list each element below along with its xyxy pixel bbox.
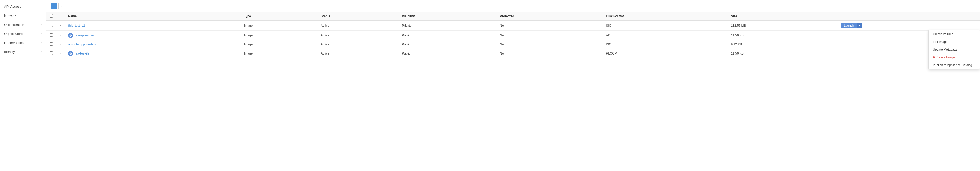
images-table: Name Type Status Visibility Protected Di… — [46, 12, 980, 58]
danger-icon — [933, 56, 935, 58]
launch-button-group: Launch ▾ — [841, 23, 862, 29]
row-checkbox[interactable] — [49, 42, 53, 46]
col-size: Size — [728, 12, 838, 21]
row-status-cell: Active — [318, 21, 399, 31]
row-expand-cell: › — [56, 49, 65, 58]
row-type-cell: Image — [241, 31, 318, 40]
sidebar-item-label: API Access — [4, 5, 21, 8]
sidebar-item-label: Reservations — [4, 41, 24, 45]
launch-dropdown-button[interactable]: ▾ — [857, 23, 862, 29]
dropdown-item-create-volume[interactable]: Create Volume — [929, 30, 980, 38]
sidebar: API Access Network › Orchestration › Obj… — [0, 0, 46, 171]
dropdown-item-update-metadata[interactable]: Update Metadata — [929, 46, 980, 53]
row-name-link[interactable]: fhlb_test_v2 — [68, 24, 85, 27]
sidebar-item-api-access[interactable]: API Access — [0, 2, 46, 11]
row-name-cell: ab-not-supported-jfs — [65, 40, 241, 49]
row-protected-cell: No — [497, 31, 603, 40]
main-content: 1 2 Name Type Status Visibility Protecte… — [46, 0, 980, 171]
row-checkbox[interactable] — [49, 24, 53, 27]
images-table-container: Name Type Status Visibility Protected Di… — [46, 12, 980, 171]
table-row: › ◕ aa-test-jfs Image Active Public No P… — [46, 49, 980, 58]
row-status-cell: Active — [318, 31, 399, 40]
dropdown-item-edit-image[interactable]: Edit Image — [929, 38, 980, 46]
row-expand-button[interactable]: › — [59, 34, 62, 37]
row-size-cell: 9.12 KB — [728, 40, 838, 49]
row-name-cell: ◕ aa-apitest-test — [65, 31, 241, 40]
row-protected-cell: No — [497, 40, 603, 49]
row-size-cell: 11.50 KB — [728, 49, 838, 58]
row-size-cell: 11.50 KB — [728, 31, 838, 40]
row-name-link[interactable]: ab-not-supported-jfs — [68, 43, 96, 46]
row-visibility-cell: Private — [399, 21, 496, 31]
row-expand-button[interactable]: › — [59, 43, 62, 46]
col-visibility: Visibility — [399, 12, 496, 21]
page-2-button[interactable]: 2 — [58, 3, 65, 9]
chevron-right-icon: › — [41, 32, 42, 35]
sidebar-item-label: Object Store — [4, 32, 23, 36]
row-disk-format-cell: VDI — [603, 31, 728, 40]
table-row: › ab-not-supported-jfs Image Active Publ… — [46, 40, 980, 49]
sidebar-item-identity[interactable]: Identity › — [0, 47, 46, 56]
page-1-button[interactable]: 1 — [51, 3, 57, 9]
col-type: Type — [241, 12, 318, 21]
row-checkbox[interactable] — [49, 33, 53, 37]
col-name: Name — [65, 12, 241, 21]
row-visibility-cell: Public — [399, 40, 496, 49]
sidebar-item-object-store[interactable]: Object Store › — [0, 29, 46, 38]
row-expand-button[interactable]: › — [59, 24, 62, 28]
row-name-cell: ◕ aa-test-jfs — [65, 49, 241, 58]
table-row: › fhlb_test_v2 Image Active Private No I… — [46, 21, 980, 31]
dropdown-arrow-icon: ▾ — [859, 24, 861, 27]
launch-button[interactable]: Launch — [841, 23, 857, 29]
dropdown-item-publish-appliance[interactable]: Publish to Appliance Catalog — [929, 61, 980, 69]
sidebar-item-network[interactable]: Network › — [0, 11, 46, 20]
row-size-cell: 132.57 MB — [728, 21, 838, 31]
dropdown-item-delete-image[interactable]: Delete Image — [929, 53, 980, 61]
delete-label: Delete Image — [936, 56, 955, 59]
sidebar-item-orchestration[interactable]: Orchestration › — [0, 20, 46, 29]
row-name-link[interactable]: aa-test-jfs — [76, 52, 89, 55]
sidebar-item-reservations[interactable]: Reservations › — [0, 38, 46, 47]
sidebar-item-label: Identity — [4, 50, 15, 54]
row-expand-cell: › — [56, 40, 65, 49]
sidebar-item-label: Orchestration — [4, 23, 24, 27]
row-status-cell: Active — [318, 40, 399, 49]
col-expand — [56, 12, 65, 21]
row-type-cell: Image — [241, 40, 318, 49]
row-type-cell: Image — [241, 21, 318, 31]
chevron-right-icon: › — [41, 23, 42, 26]
row-disk-format-cell: ISO — [603, 21, 728, 31]
row-expand-cell: › — [56, 31, 65, 40]
row-disk-format-cell: PLOOP — [603, 49, 728, 58]
action-dropdown-menu: Create Volume Edit Image Update Metadata… — [928, 30, 980, 69]
row-protected-cell: No — [497, 21, 603, 31]
row-type-cell: Image — [241, 49, 318, 58]
col-protected: Protected — [497, 12, 603, 21]
chevron-right-icon: › — [41, 42, 42, 44]
row-icon: ◕ — [68, 33, 73, 38]
row-checkbox[interactable] — [49, 51, 53, 55]
row-protected-cell: No — [497, 49, 603, 58]
row-visibility-cell: Public — [399, 31, 496, 40]
row-checkbox-cell — [46, 49, 56, 58]
row-checkbox-cell — [46, 21, 56, 31]
row-checkbox-cell — [46, 40, 56, 49]
pagination: 1 2 — [46, 0, 980, 12]
chevron-right-icon: › — [41, 14, 42, 17]
sidebar-item-label: Network — [4, 14, 16, 18]
row-expand-cell: › — [56, 21, 65, 31]
table-row: › ◕ aa-apitest-test Image Active Public … — [46, 31, 980, 40]
select-all-checkbox[interactable] — [49, 14, 53, 18]
row-disk-format-cell: ISO — [603, 40, 728, 49]
row-checkbox-cell — [46, 31, 56, 40]
row-action-cell: Launch ▾ Create Volume Edit Image Update… — [838, 21, 980, 31]
chevron-right-icon: › — [41, 50, 42, 53]
row-name-cell: fhlb_test_v2 — [65, 21, 241, 31]
row-expand-button[interactable]: › — [59, 52, 62, 56]
row-name-link[interactable]: aa-apitest-test — [76, 34, 95, 37]
col-disk-format: Disk Format — [603, 12, 728, 21]
col-actions — [838, 12, 980, 21]
col-status: Status — [318, 12, 399, 21]
row-status-cell: Active — [318, 49, 399, 58]
col-checkbox — [46, 12, 56, 21]
